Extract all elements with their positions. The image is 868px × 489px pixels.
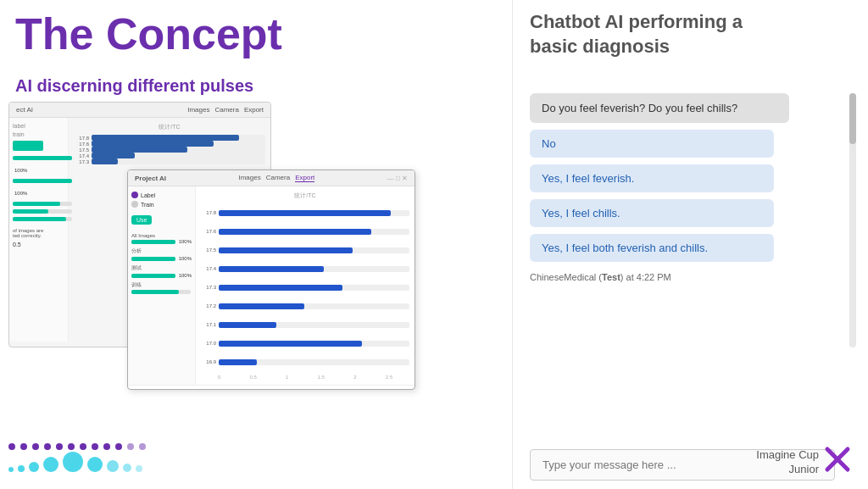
chat-option-3[interactable]: Yes, I feel chills. xyxy=(530,199,774,227)
fg-use-button[interactable]: Use xyxy=(131,215,152,225)
fg-chart-row-4: 17.4 xyxy=(201,266,409,272)
bg-tab-export: Export xyxy=(244,106,264,114)
fg-chart-inner-9 xyxy=(219,359,257,365)
fg-all-bar-bg xyxy=(131,240,175,244)
chat-option-4[interactable]: Yes, I feel both feverish and chills. xyxy=(530,234,774,262)
bg-bar-fill-2 xyxy=(13,179,72,183)
fg-axis-15: 1.5 xyxy=(318,375,325,380)
bg-pct-2: 100% xyxy=(14,191,27,196)
bg-bar-row-1: 17.8 xyxy=(74,135,265,141)
bg-bar-bg-4 xyxy=(13,209,72,214)
bg-bar-row-4: 17.4 xyxy=(74,153,265,158)
fg-bar-fill-2 xyxy=(131,274,175,278)
bg-label: label xyxy=(13,123,64,129)
dot-purple-4 xyxy=(44,443,51,450)
dot-purple-12 xyxy=(139,443,146,450)
fg-bottom-bar: 100% of images are predicted correctly. xyxy=(128,385,415,390)
fg-tab-images: Images xyxy=(238,174,260,182)
fg-chart-lbl-3: 17.5 xyxy=(201,247,216,253)
bg-progress-2: 100% xyxy=(13,179,64,198)
fg-chart-outer-6 xyxy=(219,303,409,309)
fg-chart-row-7: 17.1 xyxy=(201,322,409,328)
chat-timestamp: ChineseMedical (Test) at 4:22 PM xyxy=(530,272,835,282)
left-section: The Concept AI discerning different puls… xyxy=(0,0,509,489)
fg-pct-1: 100% xyxy=(179,256,192,261)
chat-option-1[interactable]: No xyxy=(530,130,774,158)
chat-question: Do you feel feverish? Do you feel chills… xyxy=(530,93,789,123)
bg-bar-outer-4 xyxy=(92,153,265,158)
bg-bar-row-3: 17.5 xyxy=(74,147,265,153)
fg-chart-outer-1 xyxy=(219,210,409,216)
fg-chart-inner-5 xyxy=(219,285,342,291)
dot-cyan-5 xyxy=(63,452,83,472)
fg-chart-row-1: 17.8 xyxy=(201,210,409,216)
dot-purple-5 xyxy=(56,443,63,450)
bg-pct-1: 100% xyxy=(14,168,27,173)
fg-all-pct: 100% xyxy=(179,239,192,244)
bg-tab-images: Images xyxy=(187,106,209,114)
fg-chart-outer-9 xyxy=(219,359,409,365)
fg-circle-red xyxy=(385,389,395,390)
bg-bar-inner-5 xyxy=(92,158,118,164)
scrollbar-thumb[interactable] xyxy=(849,93,856,144)
fg-chart-lbl-9: 16.9 xyxy=(201,359,216,364)
fg-bar-row-3 xyxy=(131,290,192,294)
fg-project-label: Project AI xyxy=(135,175,166,182)
right-title: Chatbot AI performing abasic diagnosis xyxy=(530,10,818,58)
dot-purple-8 xyxy=(92,443,98,450)
bg-bar-fill-5 xyxy=(13,217,66,221)
fg-chart-row-9: 16.9 xyxy=(201,359,409,365)
fg-circle-green xyxy=(398,389,408,390)
fg-label-row: Label xyxy=(131,192,192,198)
fg-chart-inner-8 xyxy=(219,341,362,347)
fg-progress-all: All Images 100% xyxy=(131,233,192,244)
right-section: Chatbot AI performing abasic diagnosis D… xyxy=(512,0,868,489)
dot-cyan-7 xyxy=(107,460,119,472)
bg-bar-inner-4 xyxy=(92,153,135,158)
fg-bar-fill-3 xyxy=(131,290,179,294)
dots-row-2 xyxy=(8,452,142,472)
fg-chart-row-5: 17.3 xyxy=(201,285,409,291)
fg-bar-row-1: 100% xyxy=(131,256,192,261)
right-title-text: Chatbot AI performing abasic diagnosis xyxy=(530,11,743,57)
fg-axis-25: 2.5 xyxy=(386,375,392,380)
timestamp-time: 4:22 PM xyxy=(637,272,671,282)
bg-bar-fill-3 xyxy=(13,202,60,206)
chat-option-2[interactable]: Yes, I feel feverish. xyxy=(530,164,774,192)
bg-bar-outer-3 xyxy=(92,147,265,153)
fg-axis-1: 1 xyxy=(286,375,288,380)
fg-bar-row-2: 100% xyxy=(131,273,192,278)
dot-cyan-4 xyxy=(43,457,58,472)
fg-chart-row-3: 17.5 xyxy=(201,247,409,253)
bg-bar-bg-3 xyxy=(13,202,72,206)
bg-bar-bg-5 xyxy=(13,217,72,221)
dot-purple-3 xyxy=(32,443,39,450)
fg-progress-2: 测试 100% xyxy=(131,264,192,278)
fg-progress-label-1: 分析 xyxy=(131,247,192,255)
bg-tab-camera: Camera xyxy=(214,106,238,114)
fg-pct-2: 100% xyxy=(179,273,192,278)
bg-bar-outer-5 xyxy=(92,158,265,164)
fg-body: Label Train Use All Images 100% xyxy=(128,186,415,385)
fg-progress-1: 分析 100% xyxy=(131,247,192,261)
fg-chart-row-6: 17.2 xyxy=(201,303,409,309)
dot-purple-7 xyxy=(80,443,86,450)
fg-chart-outer-7 xyxy=(219,322,409,328)
bg-bar-fill-1 xyxy=(13,156,72,160)
logo-area: Imagine Cup Junior xyxy=(756,446,851,479)
fg-progress-label-3: 训练 xyxy=(131,281,192,289)
fg-sidebar: Label Train Use All Images 100% xyxy=(128,186,196,385)
dot-purple-10 xyxy=(115,443,122,450)
fg-chart-lbl-1: 17.8 xyxy=(201,210,216,215)
chat-scrollbar[interactable] xyxy=(849,93,856,347)
bg-bar-bg-1 xyxy=(13,156,72,160)
bg-bar-row-5: 17.3 xyxy=(74,158,265,164)
fg-progress-label-2: 测试 xyxy=(131,264,192,272)
bg-progress-rows: 100% 100% xyxy=(13,156,64,221)
bg-bottom-text: of images areted correctly. xyxy=(13,228,64,238)
bg-progress-3 xyxy=(13,202,64,206)
chat-area: Do you feel feverish? Do you feel chills… xyxy=(530,93,835,455)
dot-cyan-2 xyxy=(18,465,25,472)
fg-chart-outer-4 xyxy=(219,266,409,272)
fg-chart-inner-3 xyxy=(219,247,353,253)
